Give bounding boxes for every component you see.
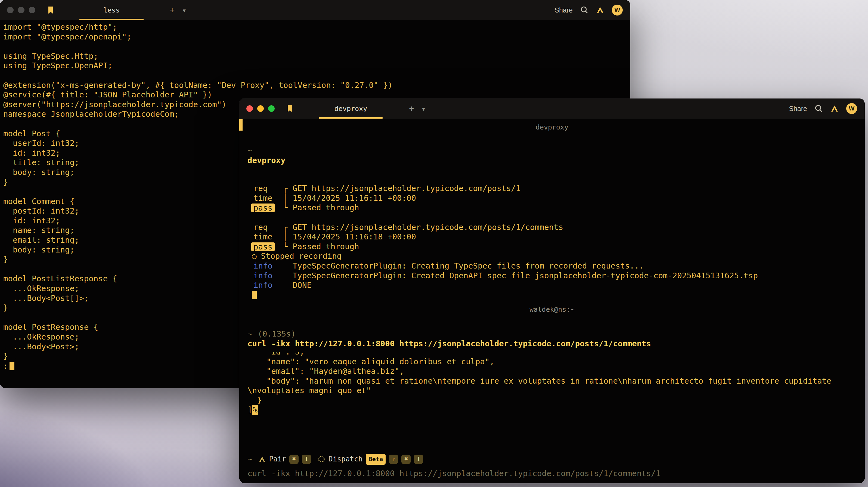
- tab-title: devproxy: [335, 105, 367, 113]
- partial-line-marker: %: [252, 405, 258, 415]
- tab-list-chevron-icon[interactable]: ▾: [422, 98, 425, 119]
- close-button[interactable]: [246, 105, 253, 112]
- box-corner-bottom: └: [283, 242, 292, 252]
- dispatch-icon: [318, 455, 325, 463]
- pass-row: pass └ Passed through: [247, 203, 857, 213]
- block-sticky-header: waldek@ns:~: [247, 305, 857, 314]
- prompt-row: ~ (0.135s): [247, 329, 857, 339]
- box-corner-bottom: └: [283, 203, 292, 213]
- req-label: req: [253, 184, 283, 193]
- pager-prompt: :: [3, 361, 8, 371]
- traffic-lights: [7, 7, 35, 13]
- beta-badge: Beta: [366, 454, 385, 465]
- request-result: Passed through: [292, 242, 857, 252]
- pass-badge: pass: [251, 204, 275, 212]
- minimize-button[interactable]: [257, 105, 264, 112]
- info-row: info TypeSpecGeneratorPlugin: Created Op…: [247, 271, 857, 281]
- i-key: I: [302, 455, 311, 464]
- search-icon[interactable]: [580, 6, 588, 14]
- request-result: Passed through: [292, 203, 857, 213]
- devproxy-output: req ┌ GET https://jsonplaceholder.typico…: [247, 184, 857, 300]
- dispatch-button[interactable]: Dispatch Beta ⇧ ⌘ I: [318, 454, 423, 465]
- close-button[interactable]: [7, 7, 13, 13]
- cursor-block: [252, 291, 257, 299]
- info-label: info: [253, 261, 283, 271]
- request-row: req ┌ GET https://jsonplaceholder.typico…: [247, 184, 857, 193]
- minimize-button[interactable]: [18, 7, 25, 13]
- cmd-key: ⌘: [289, 455, 299, 464]
- prompt-dir: ~: [247, 454, 252, 464]
- clipped-output-line: "id": 5,: [247, 352, 857, 357]
- record-stop-icon: ○: [252, 251, 256, 261]
- zoom-button[interactable]: [29, 7, 35, 13]
- request-row: req ┌ GET https://jsonplaceholder.typico…: [247, 222, 857, 232]
- input-area[interactable]: ~ Pair ⌘ I Dispatch Beta: [247, 453, 857, 483]
- block-indicator: [239, 119, 243, 130]
- info-label: info: [253, 271, 283, 281]
- cursor-block: [9, 362, 14, 370]
- cmd-key: ⌘: [401, 455, 411, 464]
- tab-less[interactable]: less: [71, 0, 152, 20]
- traffic-lights: [246, 105, 275, 112]
- prompt-row: ~: [247, 146, 857, 156]
- devproxy-terminal-content[interactable]: devproxy ~ devproxy req ┌ GET https://js…: [239, 119, 865, 483]
- time-label: time: [253, 232, 283, 242]
- warp-logo-icon[interactable]: [596, 6, 604, 13]
- i-key: I: [414, 455, 423, 464]
- tab-devproxy[interactable]: devproxy: [310, 98, 392, 119]
- search-icon[interactable]: [815, 104, 823, 113]
- box-pipe: │: [283, 232, 292, 242]
- command-curl: curl -ikx http://127.0.0.1:8000 https://…: [247, 339, 857, 349]
- titlebar-devproxy[interactable]: devproxy + ▾ Share W: [239, 98, 865, 119]
- warp-logo-icon[interactable]: [831, 105, 839, 112]
- time-row: time │ 15/04/2025 11:16:18 +00:00: [247, 232, 857, 242]
- new-tab-button[interactable]: +: [409, 98, 414, 119]
- time-label: time: [253, 193, 283, 203]
- bookmarks-icon[interactable]: [47, 6, 54, 14]
- info-row: info TypeSpecGeneratorPlugin: Creating T…: [247, 261, 857, 271]
- time-row: time │ 15/04/2025 11:16:11 +00:00: [247, 193, 857, 203]
- tab-list-chevron-icon[interactable]: ▾: [183, 0, 186, 20]
- titlebar-less[interactable]: less + ▾ Share W: [0, 0, 630, 20]
- closing-bracket: ]: [247, 405, 252, 415]
- tab-title: less: [103, 6, 120, 14]
- window-devproxy[interactable]: devproxy + ▾ Share W devproxy ~: [239, 98, 865, 483]
- info-text: TypeSpecGeneratorPlugin: Created OpenAPI…: [292, 271, 857, 281]
- request-url: GET https://jsonplaceholder.typicode.com…: [292, 222, 857, 232]
- new-tab-button[interactable]: +: [170, 0, 175, 20]
- pass-row: pass └ Passed through: [247, 242, 857, 252]
- info-text: DONE: [292, 280, 857, 290]
- share-button[interactable]: Share: [555, 6, 573, 14]
- box-corner-top: ┌: [283, 222, 292, 232]
- request-url: GET https://jsonplaceholder.typicode.com…: [292, 184, 857, 193]
- avatar[interactable]: W: [612, 5, 623, 16]
- block-sticky-header: devproxy: [247, 123, 857, 132]
- req-label: req: [253, 222, 283, 232]
- zoom-button[interactable]: [268, 105, 275, 112]
- request-time: 15/04/2025 11:16:18 +00:00: [292, 232, 857, 242]
- share-button[interactable]: Share: [789, 105, 807, 113]
- stopped-recording-line: ○ Stopped recording: [247, 251, 857, 261]
- command-duration: (0.135s): [257, 329, 296, 339]
- desktop: less + ▾ Share W import "@typespec/http"…: [0, 0, 868, 487]
- bookmarks-icon[interactable]: [286, 104, 294, 113]
- avatar[interactable]: W: [846, 103, 857, 114]
- prompt-dir: ~: [247, 146, 252, 156]
- prompt-hints-bar: ~ Pair ⌘ I Dispatch Beta: [247, 453, 857, 466]
- request-time: 15/04/2025 11:16:11 +00:00: [292, 193, 857, 203]
- box-corner-top: ┌: [283, 184, 292, 193]
- running-cursor-line: [247, 290, 857, 300]
- prompt-dir: ~: [247, 329, 252, 339]
- pass-badge: pass: [251, 242, 275, 251]
- command-devproxy: devproxy: [247, 156, 857, 165]
- info-row: info DONE: [247, 280, 857, 290]
- warp-pair-icon: [258, 456, 266, 462]
- pair-button[interactable]: Pair ⌘ I: [258, 454, 311, 464]
- output-end-line: ] %: [247, 405, 857, 415]
- shift-key: ⇧: [389, 455, 398, 464]
- command-input-ghost[interactable]: curl -ikx http://127.0.0.1:8000 https://…: [247, 468, 857, 479]
- info-label: info: [253, 280, 283, 290]
- box-pipe: │: [283, 193, 292, 203]
- info-text: TypeSpecGeneratorPlugin: Creating TypeSp…: [292, 261, 857, 271]
- curl-json-output: "name": "vero eaque aliquid doloribus et…: [247, 357, 839, 405]
